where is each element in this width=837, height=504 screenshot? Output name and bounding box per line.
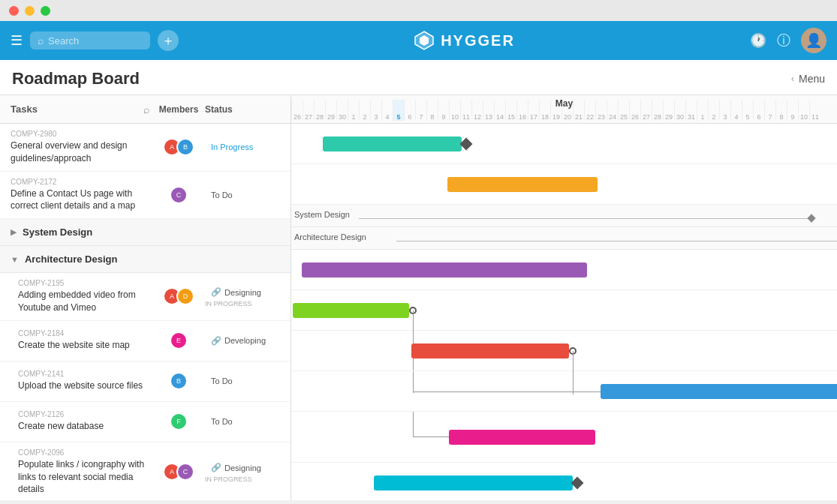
link-icon: 🔗	[211, 336, 221, 346]
connector-line-h2	[413, 436, 452, 437]
connector-line-h	[413, 392, 601, 392]
section-header-system-design[interactable]: ▶ System Design	[0, 219, 291, 246]
task-name[interactable]: Create new database	[18, 420, 152, 433]
minimize-button[interactable]	[25, 6, 35, 16]
hygger-logo-icon	[414, 30, 435, 51]
task-avatars: A B	[152, 138, 205, 156]
gantt-row	[291, 164, 837, 205]
task-status: To Do	[205, 188, 280, 202]
task-name[interactable]: Populate links / icongraphy with links t…	[18, 458, 152, 496]
table-row: COMPY-2141 Upload the website source fil…	[0, 362, 291, 402]
add-button[interactable]: ＋	[158, 30, 179, 51]
task-info: COMPY-2141 Upload the website source fil…	[18, 370, 152, 392]
status-badge: 🔗 Designing	[205, 460, 267, 475]
avatar: F	[170, 412, 188, 430]
section-title: System Design	[23, 226, 92, 238]
hamburger-icon[interactable]: ☰	[11, 32, 23, 49]
table-row: COMPY-2096 Populate links / icongraphy w…	[0, 442, 291, 500]
task-info: COMPY-2980 General overview and design g…	[11, 130, 152, 165]
gantt-section-line	[359, 218, 814, 219]
tasks-column-header: Tasks	[11, 104, 143, 115]
task-id: COMPY-2096	[18, 448, 152, 457]
gantt-bar-embedded-video	[302, 262, 587, 278]
task-info: COMPY-2195 Adding embedded video from Yo…	[18, 279, 152, 314]
search-box[interactable]: ⌕	[30, 32, 150, 50]
gantt-row	[291, 250, 837, 290]
task-status: To Do	[205, 374, 280, 388]
maximize-button[interactable]	[41, 6, 50, 16]
avatar: E	[170, 332, 188, 350]
gantt-section-label: System Design	[294, 210, 350, 219]
avatar: C	[170, 186, 188, 204]
avatar: B	[176, 138, 194, 156]
task-avatars: B	[152, 372, 205, 390]
user-avatar[interactable]: 👤	[801, 28, 826, 53]
task-status: 🔗 Developing	[205, 334, 280, 348]
gantt-bar-source-files	[411, 344, 569, 358]
task-avatars: C	[152, 186, 205, 204]
link-icon: 🔗	[211, 463, 221, 472]
task-id: COMPY-2141	[18, 370, 152, 378]
task-name[interactable]: Define a Contact Us page with correct cl…	[11, 188, 152, 213]
task-status: To Do	[205, 415, 280, 428]
task-id: COMPY-2126	[18, 410, 152, 418]
table-row: COMPY-2195 Adding embedded video from Yo…	[0, 273, 291, 321]
table-row: COMPY-2126 Create new database F To Do	[0, 402, 291, 442]
task-avatars: A C	[152, 463, 205, 481]
task-name[interactable]: Upload the website source files	[18, 380, 152, 392]
status-badge: To Do	[205, 415, 239, 428]
task-status: 🔗 Designing IN PROGRESS	[205, 460, 280, 483]
task-avatars: A D	[152, 287, 205, 305]
status-column-header: Status	[205, 104, 280, 115]
table-row: COMPY-2172 Define a Contact Us page with…	[0, 172, 291, 220]
titlebar	[0, 0, 837, 21]
menu-button[interactable]: ‹ Menu	[791, 73, 825, 85]
left-panel: Tasks ⌕ Members Status COMPY-2980 Genera…	[0, 95, 291, 500]
chevron-left-icon: ‹	[791, 74, 794, 84]
nav-logo: HYGGER	[186, 30, 742, 51]
gantt-bar-general-overview	[323, 136, 462, 152]
avatar: D	[176, 287, 194, 305]
gantt-milestone-list	[571, 476, 584, 489]
page-title: Roadmap Board	[12, 69, 791, 88]
gantt-row	[291, 463, 837, 500]
section-header-architecture-design[interactable]: ▼ Architecture Design	[0, 246, 291, 273]
task-id: COMPY-2184	[18, 329, 152, 338]
search-input[interactable]	[48, 35, 123, 46]
gantt-section-label: Architecture Design	[294, 232, 366, 242]
search-icon: ⌕	[38, 34, 44, 46]
logo-text: HYGGER	[441, 32, 515, 50]
task-avatars: E	[152, 332, 205, 350]
status-badge: To Do	[205, 374, 239, 388]
help-icon[interactable]: ⓘ	[777, 32, 790, 50]
status-badge: 🔗 Designing	[205, 285, 267, 299]
gantt-bar-list-function	[374, 476, 573, 490]
section-title: Architecture Design	[25, 254, 118, 265]
task-name[interactable]: Adding embedded video from Youtube and V…	[18, 289, 152, 314]
month-label: May	[555, 98, 573, 109]
table-row: COMPY-2980 General overview and design g…	[0, 124, 291, 172]
gantt-section-row-arch: Architecture Design	[291, 227, 837, 250]
main-area: Tasks ⌕ Members Status COMPY-2980 Genera…	[0, 95, 837, 500]
clock-icon[interactable]: 🕐	[750, 32, 766, 49]
gantt-row	[291, 331, 837, 371]
gantt-section-line	[396, 241, 837, 242]
tasks-search-icon[interactable]: ⌕	[143, 104, 149, 116]
close-button[interactable]	[9, 6, 19, 16]
task-info: COMPY-2184 Create the website site map	[18, 329, 152, 352]
task-id: COMPY-2195	[18, 279, 152, 287]
menu-label: Menu	[799, 73, 825, 85]
gantt-row	[291, 412, 837, 463]
task-name[interactable]: Create the website site map	[18, 339, 152, 352]
gantt-bar-define-contact	[447, 177, 598, 192]
gantt-row	[291, 371, 837, 412]
status-badge: 🔗 Developing	[205, 334, 272, 348]
task-id: COMPY-2980	[11, 130, 152, 138]
connector-line-v3	[413, 371, 414, 392]
link-icon: 🔗	[211, 287, 221, 297]
gantt-bar-populate-links	[449, 430, 595, 445]
status-sub-label: IN PROGRESS	[205, 300, 280, 308]
task-avatars: F	[152, 412, 205, 430]
task-name[interactable]: General overview and design guidelines/a…	[11, 140, 152, 165]
gantt-section-end	[807, 214, 815, 222]
